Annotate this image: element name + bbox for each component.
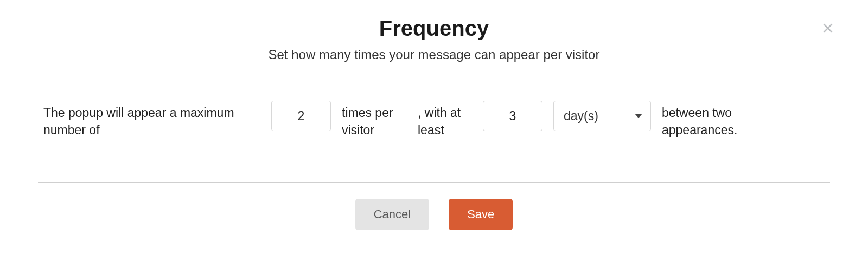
modal-subtitle: Set how many times your message can appe… [43, 47, 825, 62]
with-at-least-text: , with at least [418, 101, 472, 139]
save-button[interactable]: Save [449, 199, 513, 230]
unit-select[interactable]: hour(s)day(s)week(s) [553, 101, 651, 131]
modal-footer: Cancel Save [0, 183, 868, 230]
modal-body: The popup will appear a maximum number o… [0, 79, 868, 166]
lead-text: The popup will appear a maximum number o… [43, 101, 260, 139]
between-text: between two appearances. [662, 101, 754, 139]
unit-select-wrap: hour(s)day(s)week(s) [553, 101, 651, 131]
modal-header: Frequency Set how many times your messag… [0, 16, 868, 62]
interval-input[interactable] [483, 101, 542, 131]
frequency-modal: Frequency Set how many times your messag… [0, 0, 868, 273]
cancel-button[interactable]: Cancel [355, 199, 429, 230]
times-per-visitor-text: times per visitor [342, 101, 407, 139]
max-times-input[interactable] [271, 101, 331, 131]
close-icon [821, 22, 834, 37]
close-button[interactable] [820, 22, 835, 37]
modal-title: Frequency [43, 16, 825, 41]
